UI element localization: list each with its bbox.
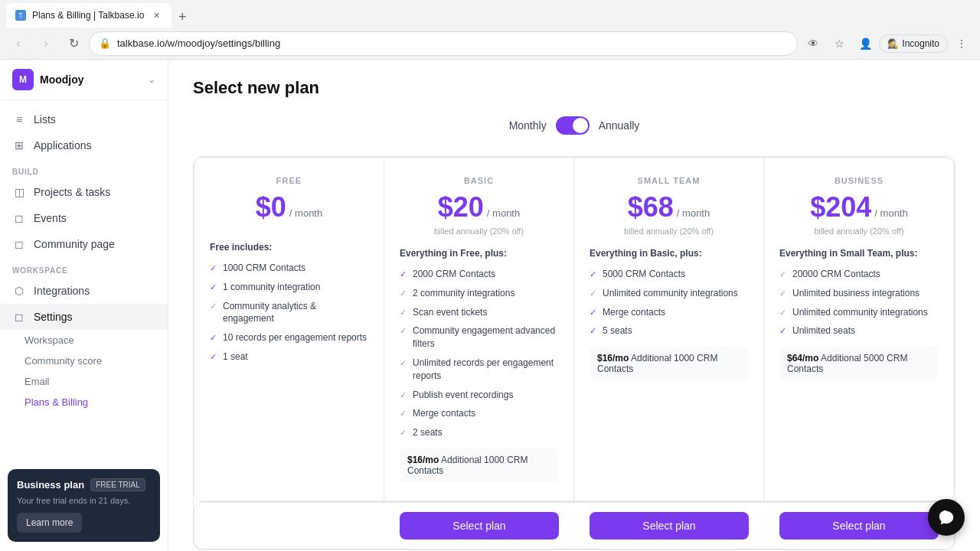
sidebar-item-events[interactable]: ◻ Events (0, 205, 168, 231)
check-icon: ✓ (779, 288, 786, 299)
extension-icon[interactable]: 👁 (801, 31, 825, 56)
tab-favicon: T (15, 10, 26, 21)
sidebar-item-lists-label: Lists (34, 113, 56, 126)
feature-item: ✓ Community engagement advanced filters (400, 324, 558, 350)
plan-price: $20 / month (400, 191, 558, 223)
refresh-button[interactable]: ↻ (61, 31, 86, 56)
community-icon: ◻ (12, 237, 26, 251)
incognito-label: Incognito (902, 38, 939, 49)
feature-text: 2000 CRM Contacts (413, 268, 495, 281)
feature-item: ✓ Publish event recordings (400, 389, 558, 402)
feature-item: ✓ Unlimited community integrations (779, 306, 939, 319)
check-icon: ✓ (400, 288, 407, 299)
plan-name: BASIC (400, 176, 558, 185)
check-icon: ✓ (779, 269, 786, 280)
build-section-label: BUILD (0, 158, 168, 179)
forward-button[interactable]: › (34, 31, 58, 56)
addon-price: $16/mo Additional 1000 CRM Contacts (400, 448, 558, 482)
price-period: / month (874, 207, 907, 219)
check-icon: ✓ (779, 325, 786, 337)
sidebar-item-settings[interactable]: ◻ Settings (0, 304, 168, 330)
feature-item: ✓ 2000 CRM Contacts (400, 268, 558, 281)
sidebar-item-projects[interactable]: ◫ Projects & tasks (0, 179, 168, 205)
billing-toggle-switch[interactable] (556, 116, 590, 135)
sidebar-item-community-label: Community page (34, 238, 115, 250)
feature-text: Unlimited seats (792, 324, 855, 337)
feature-text: Merge contacts (603, 306, 665, 319)
app-layout: M Moodjoy ⌄ ≡ Lists ⊞ Applications BUILD… (0, 60, 980, 551)
sidebar-sub-email[interactable]: Email (0, 371, 168, 392)
applications-icon: ⊞ (12, 139, 26, 152)
feature-text: Publish event recordings (413, 389, 513, 402)
feature-item: ✓ Unlimited records per engagement repor… (400, 357, 558, 383)
tab-title: Plans & Billing | Talkbase.io (32, 10, 144, 21)
sidebar-item-events-label: Events (34, 212, 67, 224)
integrations-icon: ⬡ (12, 284, 26, 298)
feature-text: 1000 CRM Contacts (223, 262, 305, 275)
plan-name: BUSINESS (779, 176, 939, 185)
select-plan-button-basic[interactable]: Select plan (400, 512, 559, 540)
address-bar[interactable]: 🔒 talkbase.io/w/moodjoy/settings/billing (89, 31, 798, 56)
back-button[interactable]: ‹ (6, 31, 31, 56)
feature-list: ✓ 5000 CRM Contacts ✓ Unlimited communit… (590, 268, 748, 337)
sidebar-sub-workspace[interactable]: Workspace (0, 330, 168, 350)
feature-text: 1 seat (223, 350, 248, 364)
learn-more-button[interactable]: Learn more (17, 513, 82, 533)
select-plan-button-business[interactable]: Select plan (779, 512, 939, 540)
sidebar-item-integrations[interactable]: ⬡ Integrations (0, 278, 168, 304)
feature-text: 1 community integration (223, 281, 320, 294)
plans-buttons-grid: Select planSelect planSelect plan (194, 501, 955, 549)
sidebar-item-lists[interactable]: ≡ Lists (0, 106, 168, 132)
billing-toggle: Monthly Annually (193, 116, 956, 135)
sidebar-item-integrations-label: Integrations (34, 285, 90, 297)
plan-name: SMALL TEAM (590, 176, 748, 185)
price-amount: $204 (810, 191, 871, 223)
plan-btn-wrapper-small-team: Select plan (574, 502, 764, 549)
feature-text: Merge contacts (413, 407, 475, 420)
main-content: Select new plan Monthly Annually FREE $0… (168, 60, 980, 551)
price-period: / month (487, 207, 520, 219)
sidebar-item-applications[interactable]: ⊞ Applications (0, 132, 168, 158)
plan-section-title: Everything in Small Team, plus: (779, 248, 939, 259)
sidebar-item-community[interactable]: ◻ Community page (0, 231, 168, 257)
plan-card-free: FREE $0 / month Free includes: ✓ 1000 CR… (194, 158, 384, 500)
feature-text: Unlimited community integrations (792, 306, 928, 319)
plan-card-basic: BASIC $20 / month billed annually (20% o… (384, 158, 574, 500)
price-amount: $20 (438, 191, 484, 223)
select-plan-button-small-team[interactable]: Select plan (590, 512, 749, 540)
toggle-knob (573, 118, 588, 133)
check-icon: ✓ (400, 269, 407, 280)
feature-item: ✓ 10 records per engagement reports (210, 331, 368, 344)
price-period: / month (289, 207, 322, 219)
feature-text: Community engagement advanced filters (413, 324, 558, 350)
plan-section-title: Everything in Free, plus: (400, 248, 558, 259)
check-icon: ✓ (779, 307, 786, 318)
feature-text: 2 community integrations (413, 287, 514, 300)
feature-item: ✓ Merge contacts (590, 306, 748, 319)
sidebar-item-projects-label: Projects & tasks (34, 186, 110, 198)
sidebar: M Moodjoy ⌄ ≡ Lists ⊞ Applications BUILD… (0, 60, 168, 551)
plans-grid: FREE $0 / month Free includes: ✓ 1000 CR… (194, 157, 955, 501)
profile-icon[interactable]: 👤 (853, 31, 877, 56)
check-icon: ✓ (400, 357, 407, 369)
check-icon: ✓ (400, 408, 407, 419)
chat-bubble[interactable] (928, 499, 965, 536)
bookmark-icon[interactable]: ☆ (827, 31, 851, 56)
incognito-button[interactable]: 🕵 Incognito (879, 34, 948, 53)
tab-close-button[interactable]: ✕ (150, 9, 162, 21)
feature-text: 2 seats (413, 426, 443, 439)
check-icon: ✓ (590, 269, 596, 280)
sidebar-sub-community-score[interactable]: Community score (0, 350, 168, 371)
new-tab-button[interactable]: + (172, 6, 193, 28)
sidebar-sub-plans-billing[interactable]: Plans & Billing (0, 392, 168, 412)
active-tab[interactable]: T Plans & Billing | Talkbase.io ✕ (6, 3, 172, 28)
feature-text: 5000 CRM Contacts (603, 268, 685, 281)
price-billing: billed annually (20% off) (779, 227, 939, 236)
sidebar-header[interactable]: M Moodjoy ⌄ (0, 60, 168, 100)
feature-text: 5 seats (603, 324, 632, 337)
feature-text: Unlimited community integrations (603, 287, 738, 300)
trial-badge: FREE TRIAL (90, 478, 145, 491)
menu-icon[interactable]: ⋮ (949, 31, 974, 56)
check-icon: ✓ (210, 301, 217, 312)
plans-container: FREE $0 / month Free includes: ✓ 1000 CR… (193, 156, 956, 550)
